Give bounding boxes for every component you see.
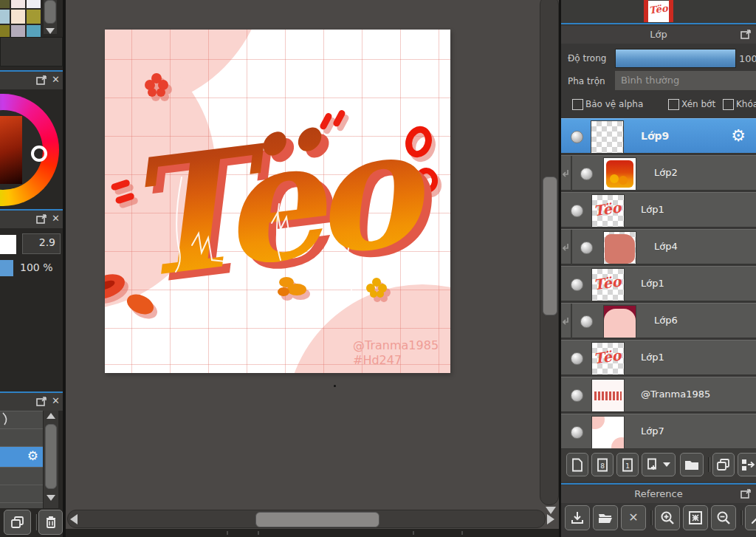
color-swatch[interactable]	[0, 0, 10, 8]
layer-thumbnail[interactable]: Tëo	[592, 343, 624, 374]
layer-row[interactable]: Lớp7	[561, 414, 756, 449]
blend-mode-select[interactable]: Bình thường	[615, 71, 756, 90]
brush-settings-gear-icon[interactable]: ⚙	[27, 448, 38, 463]
opacity-slider[interactable]	[615, 49, 736, 68]
vertical-scrollbar[interactable]	[540, 0, 559, 505]
new-layer-button[interactable]	[566, 453, 588, 476]
brush-list-item[interactable]	[0, 411, 43, 428]
layer-visibility-toggle[interactable]	[571, 205, 583, 217]
zoom-out-reference-button[interactable]	[711, 505, 736, 530]
layer-visibility-toggle[interactable]	[580, 168, 593, 180]
layer-thumbnail[interactable]	[591, 121, 623, 153]
brush-size-slider[interactable]	[0, 235, 16, 254]
layer-row[interactable]: Lớp9 ⚙	[561, 118, 756, 154]
new-1bit-layer-button[interactable]: 1	[616, 453, 639, 476]
protect-alpha-label: Bảo vệ alpha	[585, 99, 643, 109]
layer-name: Lớp2	[654, 167, 678, 178]
word-main: Tëo	[114, 90, 439, 315]
blend-mode-value: Bình thường	[621, 75, 679, 86]
layer-thumbnail[interactable]	[604, 232, 636, 264]
layer-row[interactable]: Lớp4	[561, 229, 756, 264]
horizontal-scrollbar[interactable]	[67, 510, 546, 528]
import-reference-button[interactable]	[565, 505, 590, 530]
new-folder-button[interactable]	[680, 453, 704, 476]
navigator-thumbnail[interactable]: Tëo	[648, 1, 669, 22]
brush-list-panel-header: ✕	[0, 391, 63, 411]
brush-list-item-selected[interactable]: ⚙	[0, 446, 43, 467]
color-swatch[interactable]	[11, 0, 25, 8]
scroll-down-icon[interactable]	[47, 495, 55, 501]
open-reference-button[interactable]	[593, 505, 618, 530]
popup-panel-icon[interactable]	[740, 489, 752, 499]
color-wheel[interactable]	[0, 89, 63, 208]
layer-thumbnail[interactable]	[604, 158, 636, 190]
brush-list-item[interactable]	[0, 485, 43, 502]
layer-visibility-toggle[interactable]	[580, 315, 593, 328]
layer-visibility-toggle[interactable]	[571, 131, 583, 143]
fit-reference-button[interactable]	[683, 505, 708, 530]
brush-list-scrollbar[interactable]	[44, 411, 58, 508]
drawing-canvas[interactable]: Tëo Tëo @Tranma1985 #Hd247	[105, 30, 450, 373]
brush-opacity-value: 100 %	[20, 261, 52, 273]
color-swatch[interactable]	[11, 10, 25, 24]
delete-brush-button[interactable]	[38, 510, 63, 535]
layer-thumbnail[interactable]	[592, 417, 624, 448]
popup-panel-icon[interactable]	[36, 214, 47, 224]
merge-layer-button[interactable]	[738, 453, 756, 476]
new-8bit-layer-button[interactable]: 8	[591, 453, 614, 476]
layer-row[interactable]: @Tranma1985	[561, 377, 756, 412]
popup-panel-icon[interactable]	[36, 397, 47, 406]
layer-row[interactable]: Tëo Lớp1	[561, 192, 756, 228]
layer-thumbnail[interactable]	[592, 380, 624, 411]
close-panel-icon[interactable]: ✕	[52, 213, 60, 224]
add-layer-dropdown-button[interactable]	[642, 453, 676, 476]
brush-opacity-slider[interactable]	[0, 260, 13, 276]
layer-visibility-toggle[interactable]	[571, 426, 583, 439]
layer-row[interactable]: Lớp6	[561, 303, 756, 338]
lock-checkbox[interactable]	[723, 99, 734, 110]
canvas-viewport[interactable]: Tëo Tëo @Tranma1985 #Hd247	[66, 0, 559, 537]
scroll-up-icon[interactable]	[47, 413, 55, 419]
lettering-artwork: Tëo Tëo	[105, 30, 450, 373]
popup-panel-icon[interactable]	[740, 30, 752, 39]
popup-panel-icon[interactable]	[36, 75, 47, 85]
duplicate-layer-button[interactable]	[712, 453, 735, 476]
clear-reference-button[interactable]: ✕	[621, 505, 646, 530]
layer-thumbnail[interactable]	[604, 306, 636, 338]
layer-visibility-toggle[interactable]	[571, 278, 583, 291]
brush-list-item[interactable]	[0, 467, 43, 485]
protect-alpha-checkbox[interactable]	[572, 99, 583, 110]
saturation-value-square[interactable]	[0, 116, 22, 184]
layer-thumbnail[interactable]: Tëo	[592, 269, 624, 301]
brush-size-value[interactable]: 2.9	[22, 233, 61, 254]
layer-panel-title: Lớp	[650, 29, 667, 40]
clipping-checkbox[interactable]	[668, 99, 679, 110]
brush-list-item[interactable]	[0, 502, 43, 508]
hue-cursor[interactable]	[31, 146, 47, 162]
scroll-right-icon[interactable]	[547, 514, 554, 524]
close-panel-icon[interactable]: ✕	[52, 396, 60, 406]
scroll-left-icon[interactable]	[70, 514, 78, 524]
color-swatch[interactable]	[0, 10, 10, 24]
layer-name: Lớp1	[641, 204, 664, 215]
layer-thumbnail[interactable]: Tëo	[592, 195, 624, 227]
layer-row[interactable]: Tëo Lớp1	[561, 340, 756, 375]
layer-row[interactable]: Lớp2	[561, 155, 756, 191]
zoom-in-reference-button[interactable]	[655, 505, 680, 530]
color-swatch[interactable]	[27, 10, 41, 24]
duplicate-brush-button[interactable]	[4, 510, 31, 535]
trash-icon	[44, 515, 58, 530]
chevron-down-icon	[663, 462, 670, 467]
layer-visibility-toggle[interactable]	[571, 352, 583, 365]
lock-label: Khóa	[736, 99, 756, 109]
layer-visibility-toggle[interactable]	[571, 389, 583, 402]
close-panel-icon[interactable]: ✕	[52, 75, 60, 85]
eyedropper-reference-button[interactable]	[745, 505, 756, 530]
color-swatch[interactable]	[27, 0, 41, 8]
scroll-down-icon[interactable]	[546, 507, 556, 514]
layer-row[interactable]: Tëo Lớp1	[561, 266, 756, 301]
palette-scroll-down-icon[interactable]	[46, 28, 55, 34]
layer-visibility-toggle[interactable]	[580, 242, 593, 254]
layer-settings-gear-icon[interactable]: ⚙	[731, 126, 746, 145]
brush-list-item[interactable]	[0, 428, 43, 446]
